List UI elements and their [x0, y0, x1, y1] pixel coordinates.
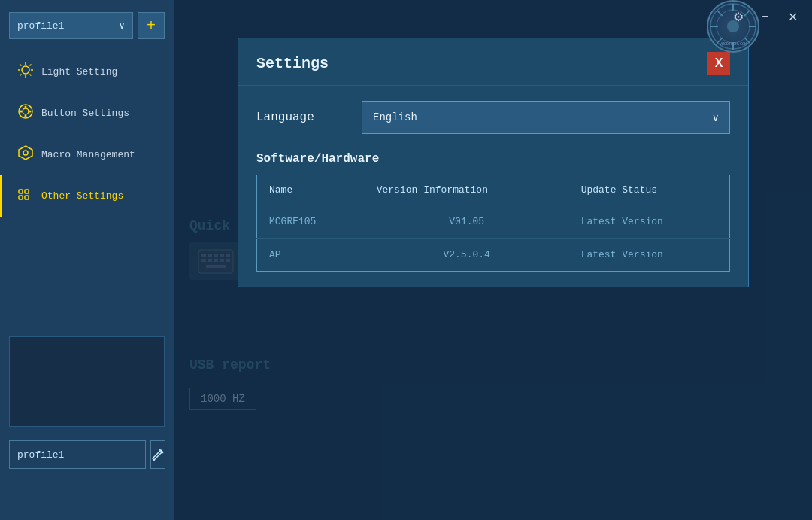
language-value: English [373, 111, 417, 123]
svg-rect-32 [25, 196, 29, 199]
col-version: Version Information [365, 175, 569, 205]
sidebar-item-macro-management[interactable]: Macro Management [0, 134, 174, 175]
settings-modal: Settings X Language English ∨ [238, 38, 749, 287]
svg-point-23 [25, 106, 27, 108]
sidebar-item-light-setting[interactable]: Light Setting [0, 51, 174, 93]
table-header: Name Version Information Update Status [257, 175, 730, 205]
macro-management-icon [17, 144, 34, 165]
button-settings-icon [17, 103, 34, 123]
profile-dropdown[interactable]: profile1 ∨ [9, 12, 133, 39]
sw-hw-table: Name Version Information Update Status M… [256, 175, 730, 272]
svg-rect-31 [25, 190, 29, 193]
svg-marker-27 [19, 146, 32, 160]
other-settings-icon [17, 186, 34, 206]
svg-line-19 [30, 65, 32, 66]
close-app-button[interactable]: ✕ [782, 6, 803, 27]
svg-point-28 [23, 151, 28, 155]
table-row: AP V2.5.0.4 Latest Version [257, 239, 730, 272]
svg-point-12 [22, 66, 29, 74]
settings-modal-overlay: Settings X Language English ∨ [174, 0, 812, 520]
sidebar: profile1 ∨ + Light Setting Button Settin… [0, 0, 174, 520]
language-row: Language English ∨ [256, 101, 730, 134]
row-name: MCGRE105 [257, 205, 365, 239]
minimize-button[interactable]: − [755, 6, 776, 27]
sidebar-item-other-settings[interactable]: Other Settings [0, 175, 174, 217]
svg-line-17 [20, 65, 22, 66]
col-name: Name [257, 175, 365, 205]
toolbar-spacer [0, 475, 174, 520]
svg-rect-30 [19, 196, 23, 199]
sw-hw-title: Software/Hardware [256, 152, 730, 166]
svg-point-26 [29, 111, 32, 113]
table-body: MCGRE105 V01.05 Latest Version AP V2.5.0… [257, 205, 730, 272]
title-bar: ⚙ − ✕ [719, 0, 812, 33]
row-status: Latest Version [569, 205, 730, 239]
sidebar-item-label: Other Settings [41, 190, 123, 202]
modal-body: Language English ∨ Software/Hardware [238, 86, 748, 287]
profile-chevron-icon: ∨ [119, 20, 125, 32]
row-name: AP [257, 239, 365, 272]
table-row: MCGRE105 V01.05 Latest Version [257, 205, 730, 239]
main-container: profile1 ∨ + Light Setting Button Settin… [0, 0, 812, 520]
language-chevron-icon: ∨ [713, 111, 719, 124]
profile-selector: profile1 ∨ + [9, 12, 165, 39]
svg-rect-29 [19, 190, 23, 193]
svg-line-18 [30, 75, 32, 76]
sidebar-preview [9, 336, 165, 427]
profile-add-button[interactable]: + [138, 12, 165, 39]
col-status: Update Status [569, 175, 730, 205]
profile-name-label: profile1 [17, 20, 64, 32]
profile-name-input[interactable] [9, 440, 146, 469]
row-version: V01.05 [365, 205, 569, 239]
profile-edit-button[interactable] [150, 440, 165, 469]
svg-point-22 [23, 108, 29, 114]
sidebar-item-label: Button Settings [41, 108, 129, 119]
language-select[interactable]: English ∨ [362, 101, 730, 134]
profile-edit-row [9, 440, 165, 469]
sidebar-item-label: Light Setting [41, 66, 117, 78]
svg-text:VMODTECH.COM: VMODTECH.COM [719, 41, 746, 46]
content-area: Quick keybo [174, 0, 812, 520]
sidebar-item-label: Macro Management [41, 149, 135, 160]
row-status: Latest Version [569, 239, 730, 272]
modal-header: Settings X [238, 38, 748, 86]
svg-point-24 [25, 115, 27, 117]
modal-close-button[interactable]: X [707, 52, 730, 75]
row-version: V2.5.0.4 [365, 239, 569, 272]
software-hardware-section: Software/Hardware Name Version Informati… [256, 152, 730, 272]
svg-line-20 [20, 75, 22, 76]
svg-point-25 [20, 111, 23, 113]
modal-title: Settings [256, 55, 329, 72]
language-label: Language [256, 111, 347, 124]
sidebar-item-button-settings[interactable]: Button Settings [0, 93, 174, 134]
nav-items: Light Setting Button Settings Macro Mana… [0, 51, 174, 329]
light-setting-icon [17, 62, 34, 82]
settings-titlebar-button[interactable]: ⚙ [728, 6, 749, 27]
